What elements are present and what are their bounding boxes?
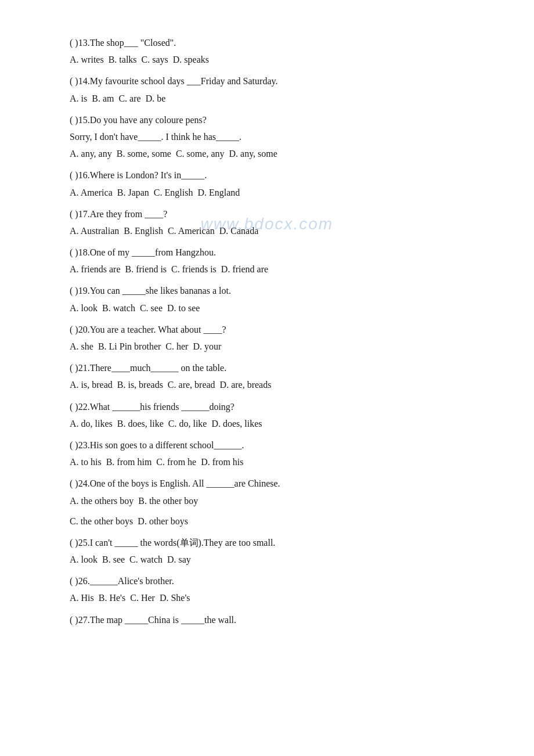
q22-text: ( )22.What ______his friends ______doing… — [70, 399, 464, 415]
question-20: ( )20.You are a teacher. What about ____… — [70, 322, 464, 354]
q24-options-line2: C. the other boys D. other boys — [70, 513, 464, 529]
q21-text: ( )21.There____much______ on the table. — [70, 360, 464, 376]
q15-options: A. any, any B. some, some C. some, any D… — [70, 146, 464, 161]
q23-options: A. to his B. from him C. from he D. from… — [70, 454, 464, 470]
q26-text: ( )26.______Alice's brother. — [70, 573, 464, 589]
q16-text: ( )16.Where is London? It's in_____. — [70, 167, 464, 183]
question-26: ( )26.______Alice's brother. A. His B. H… — [70, 573, 464, 606]
q17-options: A. Australian B. English C. American D. … — [70, 223, 464, 239]
q14-text: ( )14.My favourite school days ___Friday… — [70, 73, 464, 89]
question-24: ( )24.One of the boys is English. All __… — [70, 476, 464, 529]
q15-extra: Sorry, I don't have_____. I think he has… — [70, 129, 464, 145]
question-27: ( )27.The map _____China is _____the wal… — [70, 612, 464, 628]
q15-text: ( )15.Do you have any coloure pens? — [70, 112, 464, 128]
question-25: ( )25.I can't _____ the words(单词).They a… — [70, 535, 464, 567]
question-13: ( )13.The shop___ "Closed". A. writes B.… — [70, 35, 464, 67]
q13-text: ( )13.The shop___ "Closed". — [70, 35, 464, 51]
q25-text: ( )25.I can't _____ the words(单词).They a… — [70, 535, 464, 550]
q21-options: A. is, bread B. is, breads C. are, bread… — [70, 377, 464, 393]
q20-options: A. she B. Li Pin brother C. her D. your — [70, 339, 464, 354]
q20-text: ( )20.You are a teacher. What about ____… — [70, 322, 464, 337]
question-23: ( )23.His son goes to a different school… — [70, 437, 464, 470]
q26-options: A. His B. He's C. Her D. She's — [70, 590, 464, 606]
q25-options: A. look B. see C. watch D. say — [70, 552, 464, 567]
q19-options: A. look B. watch C. see D. to see — [70, 300, 464, 316]
q22-options: A. do, likes B. does, like C. do, like D… — [70, 416, 464, 431]
q16-options: A. America B. Japan C. English D. Englan… — [70, 185, 464, 200]
q19-text: ( )19.You can _____she likes bananas a l… — [70, 283, 464, 298]
q18-options: A. friends are B. friend is C. friends i… — [70, 261, 464, 277]
q24-options-line1: A. the others boy B. the other boy — [70, 493, 464, 509]
question-19: ( )19.You can _____she likes bananas a l… — [70, 283, 464, 315]
question-21: ( )21.There____much______ on the table. … — [70, 360, 464, 393]
questions-container: ( )13.The shop___ "Closed". A. writes B.… — [70, 35, 464, 628]
q23-text: ( )23.His son goes to a different school… — [70, 437, 464, 453]
q18-text: ( )18.One of my _____from Hangzhou. — [70, 244, 464, 260]
q13-options: A. writes B. talks C. says D. speaks — [70, 52, 464, 67]
question-17: ( )17.Are they from ____? A. Australian … — [70, 206, 464, 239]
q14-options: A. is B. am C. are D. be — [70, 91, 464, 106]
question-22: ( )22.What ______his friends ______doing… — [70, 399, 464, 431]
question-15: ( )15.Do you have any coloure pens? Sorr… — [70, 112, 464, 162]
q27-text: ( )27.The map _____China is _____the wal… — [70, 612, 464, 628]
q24-text: ( )24.One of the boys is English. All __… — [70, 476, 464, 491]
question-18: ( )18.One of my _____from Hangzhou. A. f… — [70, 244, 464, 277]
q17-text: ( )17.Are they from ____? — [70, 206, 464, 222]
question-14: ( )14.My favourite school days ___Friday… — [70, 73, 464, 106]
question-16: ( )16.Where is London? It's in_____. A. … — [70, 167, 464, 200]
